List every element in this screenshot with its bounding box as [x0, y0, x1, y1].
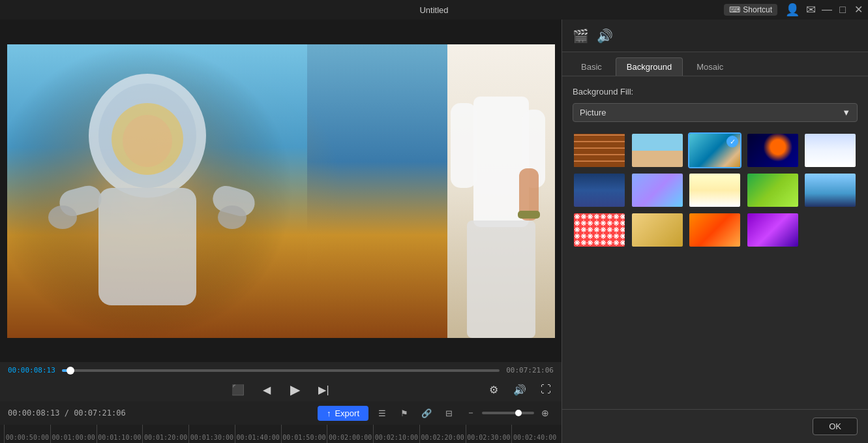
- ruler-mark: 00:01:20:00: [142, 425, 188, 443]
- settings-icon[interactable]: ⚙: [486, 382, 501, 397]
- ruler-mark: 00:01:30:00: [188, 425, 235, 443]
- zoom-out-button[interactable]: －: [462, 405, 479, 421]
- split-icon[interactable]: ⊟: [440, 405, 457, 421]
- zoom-slider[interactable]: [482, 412, 534, 414]
- bg-thumb-4[interactable]: [803, 132, 857, 168]
- ruler-marks: 00:00:50:0000:01:00:0000:01:10:0000:01:2…: [4, 425, 558, 443]
- total-time-label: 00:07:21:06: [506, 366, 554, 374]
- svg-point-10: [123, 115, 172, 167]
- flag-icon[interactable]: ⚑: [396, 405, 413, 421]
- controls-bar: 00:00:08:13 00:07:21:06 ⬛ ◀ ▶ ▶| ⚙ 🔊 ⛶: [0, 362, 561, 401]
- timeline-slider[interactable]: [62, 369, 500, 372]
- bg-thumb-inner-8: [747, 174, 798, 207]
- background-gallery: ✓: [573, 132, 858, 248]
- titlebar-right: ⌨ Shortcut 👤 ✉ — □ ✕: [724, 3, 863, 17]
- astronaut-svg: [7, 44, 307, 338]
- bg-thumb-13[interactable]: [746, 212, 800, 248]
- tab-background[interactable]: Background: [616, 57, 683, 76]
- svg-rect-5: [98, 188, 196, 305]
- export-icon: ↑: [327, 408, 331, 418]
- titlebar-icons: 👤 ✉ — □ ✕: [785, 3, 863, 17]
- minimize-button[interactable]: —: [822, 5, 831, 14]
- app-title: Untitled: [419, 5, 448, 15]
- bg-thumb-inner-3: [747, 134, 798, 167]
- bg-thumb-inner-5: [574, 174, 625, 207]
- time-display: 00:00:08:13 / 00:07:21:06: [8, 408, 126, 418]
- tab-basic[interactable]: Basic: [570, 57, 613, 76]
- ruler-mark: 00:02:40:00: [511, 425, 558, 443]
- bg-thumb-inner-11: [632, 213, 683, 247]
- timeline-ruler: 00:00:50:0000:01:00:0000:01:10:0000:01:2…: [0, 425, 561, 443]
- shortcut-button[interactable]: ⌨ Shortcut: [724, 4, 777, 16]
- bg-thumb-inner-7: [689, 174, 740, 207]
- svg-point-8: [48, 206, 77, 229]
- main-area: 00:00:08:13 00:07:21:06 ⬛ ◀ ▶ ▶| ⚙ 🔊 ⛶: [0, 20, 868, 443]
- svg-rect-17: [467, 221, 535, 338]
- bg-thumb-inner-10: [574, 213, 625, 247]
- fill-label: Background Fill:: [573, 87, 858, 97]
- dropdown-value: Picture: [580, 108, 606, 117]
- bg-thumb-2[interactable]: ✓: [688, 132, 741, 168]
- shortcut-icon: ⌨: [729, 5, 740, 14]
- bg-thumb-9[interactable]: [803, 172, 857, 208]
- bg-thumb-6[interactable]: [631, 172, 684, 208]
- video-clip-right: [447, 44, 555, 338]
- profile-icon[interactable]: 👤: [785, 3, 800, 17]
- timeline-row: 00:00:08:13 00:07:21:06: [8, 366, 554, 374]
- bg-thumb-1[interactable]: [631, 132, 684, 168]
- ruler-mark: 00:02:00:00: [327, 425, 373, 443]
- bg-thumb-0[interactable]: [573, 132, 626, 168]
- ruler-mark: 00:02:20:00: [419, 425, 466, 443]
- bg-thumb-inner-6: [632, 174, 683, 207]
- bg-thumb-3[interactable]: [746, 132, 800, 168]
- tab-mosaic[interactable]: Mosaic: [685, 57, 734, 76]
- zoom-in-button[interactable]: ⊕: [537, 405, 554, 421]
- maximize-button[interactable]: □: [838, 5, 847, 14]
- audio-panel-icon: 🔊: [597, 28, 613, 44]
- svg-rect-16: [518, 211, 540, 219]
- shortcut-label: Shortcut: [743, 5, 772, 14]
- next-frame-button[interactable]: ▶|: [316, 382, 332, 397]
- bg-thumb-7[interactable]: [688, 172, 741, 208]
- fullscreen-icon[interactable]: ⛶: [538, 382, 554, 397]
- video-panel-icon: 🎬: [573, 28, 589, 44]
- bg-thumb-inner-4: [805, 134, 856, 167]
- zoom-slider-thumb: [515, 410, 522, 416]
- ruler-mark: 00:01:40:00: [235, 425, 281, 443]
- export-button[interactable]: ↑ Export: [318, 406, 368, 421]
- bg-thumb-inner-9: [805, 174, 856, 207]
- ok-button[interactable]: OK: [813, 418, 858, 435]
- bg-thumb-inner-1: [632, 134, 683, 167]
- play-button[interactable]: ▶: [288, 382, 303, 397]
- fill-dropdown[interactable]: Picture ▼: [573, 103, 858, 122]
- bg-thumb-5[interactable]: [573, 172, 626, 208]
- titlebar: Untitled ⌨ Shortcut 👤 ✉ — □ ✕: [0, 0, 868, 20]
- track-icon[interactable]: ☰: [374, 405, 391, 421]
- bg-thumb-inner-13: [747, 213, 798, 247]
- current-time-label: 00:00:08:13: [8, 366, 55, 374]
- dropdown-arrow: ▼: [842, 108, 850, 117]
- ruler-mark: 00:02:30:00: [466, 425, 512, 443]
- volume-icon[interactable]: 🔊: [512, 382, 528, 397]
- timeline-thumb: [67, 367, 74, 374]
- zoom-controls: － ⊕: [462, 405, 554, 421]
- bg-thumb-11[interactable]: [631, 212, 684, 248]
- bottom-toolbar: 00:00:08:13 / 00:07:21:06 ↑ Export ☰ ⚑ 🔗…: [0, 401, 561, 425]
- bg-thumb-10[interactable]: [573, 212, 626, 248]
- prev-frame-button[interactable]: ◀: [259, 382, 275, 397]
- link-icon[interactable]: 🔗: [418, 405, 435, 421]
- ruler-mark: 00:01:50:00: [281, 425, 327, 443]
- mail-icon[interactable]: ✉: [806, 3, 816, 17]
- playback-buttons: ⬛ ◀ ▶ ▶|: [230, 382, 332, 397]
- bg-thumb-inner-0: [574, 134, 625, 167]
- svg-rect-14: [451, 103, 477, 188]
- panel-content: Background Fill: Picture ▼ ✓: [562, 76, 868, 409]
- bg-thumb-8[interactable]: [746, 172, 800, 208]
- stop-button[interactable]: ⬛: [230, 382, 246, 397]
- ruler-mark: 00:01:00:00: [50, 425, 97, 443]
- close-button[interactable]: ✕: [854, 5, 863, 14]
- bg-thumb-12[interactable]: [688, 212, 741, 248]
- ruler-mark: 00:01:10:00: [97, 425, 143, 443]
- right-panel: 🎬 🔊 Basic Background Mosaic Background F…: [561, 20, 868, 443]
- right-clip-svg: [447, 44, 555, 338]
